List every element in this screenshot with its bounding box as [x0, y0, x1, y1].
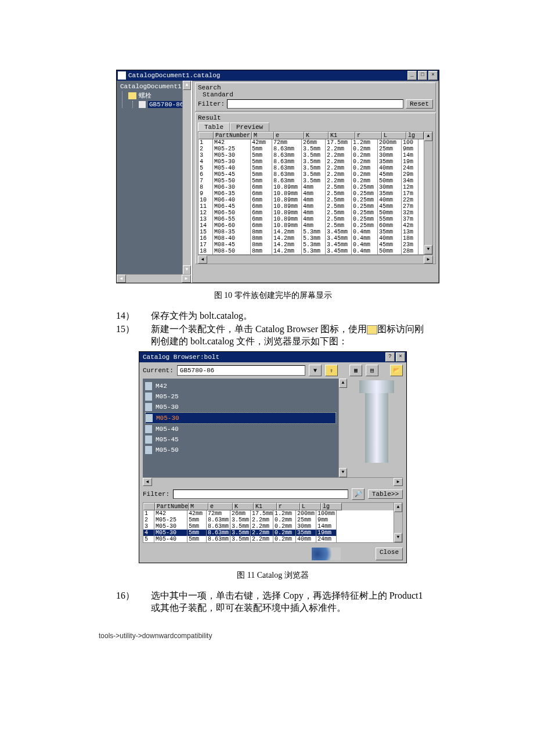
browser-filter-input[interactable]: [173, 489, 348, 499]
table-row[interactable]: 16M08-408mm14.2mm5.3mm3.45mm0.4mm40mm18m: [199, 235, 424, 242]
result-scroll-thumb[interactable]: [425, 142, 432, 244]
list-hscroll-track[interactable]: [152, 478, 394, 486]
table-row[interactable]: 11M06-456mm10.89mm4mm2.5mm0.25mm45mm27m: [199, 203, 424, 210]
list-item[interactable]: M42: [145, 381, 336, 391]
table-toggle-button[interactable]: Table>>: [368, 489, 403, 499]
table-cell: 29m: [402, 171, 418, 178]
list-scroll-left[interactable]: ◄: [143, 478, 152, 486]
minimize-button[interactable]: _: [407, 71, 417, 80]
close-dialog-button[interactable]: Close: [376, 548, 403, 560]
table-row[interactable]: 9M06-356mm10.89mm4mm2.5mm0.25mm35mm17m: [199, 190, 424, 197]
scroll-up-button[interactable]: ▲: [183, 81, 191, 90]
list-view-icon[interactable]: ▤: [366, 365, 378, 376]
list-scroll-right[interactable]: ►: [394, 478, 403, 486]
col-header[interactable]: M: [252, 132, 274, 139]
scroll-down-button[interactable]: ▼: [183, 265, 191, 275]
table-row[interactable]: 2M05-255mm8.63mm3.5mm2.2mm0.2mm25mm9mm: [143, 517, 394, 523]
up-folder-icon[interactable]: ⇧: [325, 365, 338, 376]
col-header[interactable]: [143, 503, 155, 510]
current-dropdown[interactable]: GB5780-86: [177, 365, 305, 376]
table-cell: 60mm: [378, 222, 402, 229]
result-scroll-right[interactable]: ►: [424, 255, 433, 264]
tab-table[interactable]: Table: [198, 123, 230, 131]
table-row[interactable]: 5M05-405mm8.63mm3.5mm2.2mm0.2mm40mm24m: [199, 165, 424, 171]
col-header[interactable]: e: [274, 132, 304, 139]
browser-table-scroll-up[interactable]: ▲: [394, 503, 402, 512]
table-row[interactable]: 14M06-606mm10.89mm4mm2.5mm0.25mm60mm42m: [199, 222, 424, 229]
table-row[interactable]: 5M05-405mm8.63mm3.5mm2.2mm0.2mm40mm24mm: [143, 536, 394, 542]
col-header[interactable]: L: [300, 503, 321, 510]
table-cell: 5mm: [187, 536, 207, 542]
hscroll-track[interactable]: [126, 275, 182, 283]
scroll-right-button[interactable]: ►: [182, 275, 191, 283]
list-scroll-thumb[interactable]: [340, 388, 347, 467]
table-row[interactable]: 1M4242mm72mm26mm17.5mm1.2mm200mm100mm: [143, 510, 394, 517]
open-file-icon[interactable]: 📂: [390, 365, 403, 376]
filter-input[interactable]: [227, 99, 403, 109]
table-row[interactable]: 7M05-505mm8.63mm3.5mm2.2mm0.2mm50mm34m: [199, 178, 424, 184]
col-header[interactable]: K1: [329, 132, 355, 139]
browser-close-button[interactable]: ×: [396, 352, 405, 362]
dropdown-arrow-icon[interactable]: ▼: [309, 365, 322, 376]
col-header[interactable]: lg: [406, 132, 424, 139]
titlebar[interactable]: CatalogDocument1.catalog _ □ ×: [117, 70, 439, 81]
reset-button[interactable]: Reset: [406, 99, 433, 109]
table-cell: 0.2mm: [352, 165, 378, 171]
scroll-thumb[interactable]: [183, 91, 190, 265]
table-row[interactable]: 12M06-506mm10.89mm4mm2.5mm0.25mm50mm32m: [199, 210, 424, 216]
col-header[interactable]: PartNumber: [214, 132, 252, 139]
table-row[interactable]: 8M06-306mm10.89mm4mm2.5mm0.25mm30mm12m: [199, 184, 424, 190]
table-cell: M06-60: [213, 222, 251, 229]
list-scroll-down[interactable]: ▼: [339, 468, 347, 477]
col-header[interactable]: lg: [321, 503, 342, 510]
close-button[interactable]: ×: [428, 71, 438, 80]
tree-root[interactable]: CatalogDocument1.cat: [118, 83, 190, 90]
list-item[interactable]: M05-30: [145, 412, 336, 424]
table-row[interactable]: 6M05-455mm8.63mm3.5mm2.2mm0.2mm45mm29m: [199, 171, 424, 178]
col-header[interactable]: M: [189, 503, 208, 510]
table-row[interactable]: 2M05-255mm8.63mm3.5mm2.2mm0.2mm25mm9mm: [199, 146, 424, 152]
list-item[interactable]: M05-40: [145, 424, 336, 434]
result-scroll-down[interactable]: ▼: [424, 245, 432, 254]
list-item[interactable]: M05-25: [145, 391, 336, 402]
col-header[interactable]: L: [382, 132, 406, 139]
browser-titlebar[interactable]: Catalog Browser:bolt ? ×: [139, 352, 406, 362]
col-header[interactable]: PartNumber: [155, 503, 189, 510]
tab-preview[interactable]: Preview: [230, 123, 269, 131]
list-item[interactable]: M05-50: [145, 445, 336, 455]
col-header[interactable]: [199, 132, 214, 139]
tree-view-icon[interactable]: ▦: [349, 365, 362, 376]
table-row[interactable]: 3M05-305mm8.63mm3.5mm2.2mm0.2mm30mm14mm: [143, 523, 394, 530]
browser-table-scroll-thumb[interactable]: [395, 513, 402, 532]
table-row[interactable]: 18M08-508mm14.2mm5.3mm3.45mm0.4mm50mm28m: [199, 248, 424, 254]
table-row[interactable]: 13M06-556mm10.89mm4mm2.5mm0.25mm55mm37m: [199, 216, 424, 222]
tree-folder[interactable]: 螺栓: [128, 91, 190, 100]
result-hscroll-track[interactable]: [207, 255, 424, 264]
table-row[interactable]: 4M05-305mm8.63mm3.5mm2.2mm0.2mm35mm19mm: [143, 530, 394, 536]
table-cell: 7: [199, 178, 213, 184]
binoculars-icon[interactable]: 🔎: [352, 488, 365, 500]
col-header[interactable]: e: [208, 503, 233, 510]
list-item[interactable]: M05-30: [145, 402, 336, 412]
table-row[interactable]: 1M4242mm72mm26mm17.5mm1.2mm200mm100: [199, 139, 424, 146]
table-cell: 45mm: [378, 171, 402, 178]
col-header[interactable]: K: [304, 132, 329, 139]
table-row[interactable]: 4M05-305mm8.63mm3.5mm2.2mm0.2mm35mm19m: [199, 159, 424, 165]
help-button[interactable]: ?: [385, 352, 395, 362]
list-item[interactable]: M05-45: [145, 434, 336, 445]
col-header[interactable]: K1: [254, 503, 277, 510]
result-scroll-up[interactable]: ▲: [424, 132, 432, 141]
col-header[interactable]: r: [277, 503, 300, 510]
browser-table-scroll-down[interactable]: ▼: [394, 533, 402, 542]
table-row[interactable]: 3M05-305mm8.63mm3.5mm2.2mm0.2mm30mm14m: [199, 152, 424, 159]
col-header[interactable]: r: [355, 132, 382, 139]
result-scroll-left[interactable]: ◄: [198, 255, 207, 264]
scroll-left-button[interactable]: ◄: [117, 275, 126, 283]
table-row[interactable]: 17M08-458mm14.2mm5.3mm3.45mm0.4mm45mm23m: [199, 242, 424, 248]
col-header[interactable]: K: [233, 503, 254, 510]
list-scroll-up[interactable]: ▲: [339, 379, 347, 388]
table-row[interactable]: 15M08-358mm14.2mm5.3mm3.45mm0.4mm35mm13m: [199, 229, 424, 235]
maximize-button[interactable]: □: [418, 71, 427, 80]
table-cell: M05-30: [154, 523, 187, 530]
table-row[interactable]: 10M06-406mm10.89mm4mm2.5mm0.25mm40mm22m: [199, 197, 424, 203]
